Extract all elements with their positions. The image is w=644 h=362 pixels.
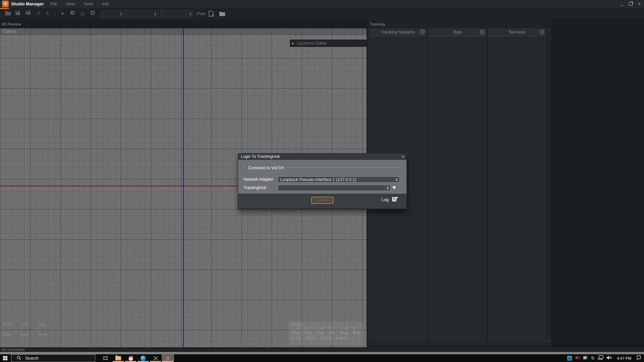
- topology-scrollbar[interactable]: ▲ ▼: [547, 28, 551, 343]
- view-stop-button[interactable]: Stop: [20, 332, 32, 337]
- login-dialog-title: Login To TrackingHub: [241, 154, 280, 159]
- connect-button[interactable]: Connect: [311, 197, 333, 204]
- axis-x-label: X: [305, 326, 307, 331]
- toolbar-dropdown-1[interactable]: [101, 10, 124, 18]
- history-clock-icon[interactable]: [67, 8, 77, 19]
- group-title: Connect to VizTH: [248, 165, 284, 170]
- group-line: [286, 168, 402, 168]
- tilt-label: Tilt: [318, 331, 323, 336]
- view-pers-button[interactable]: Pers: [38, 332, 50, 337]
- reset-rotate-icon[interactable]: ↺: [33, 8, 43, 19]
- log-icon[interactable]: [392, 196, 398, 203]
- target-icon[interactable]: ◎: [77, 8, 88, 19]
- focus-label: Focus: [320, 336, 331, 340]
- scroll-down-icon[interactable]: ▼: [548, 340, 550, 343]
- open-folder-icon[interactable]: [3, 8, 13, 19]
- menubar: File View Tools Info: [50, 0, 109, 8]
- dropdown-arrows-icon: [153, 12, 158, 16]
- view-orbit-button[interactable]: Orbit: [2, 332, 13, 337]
- menu-file[interactable]: File: [50, 2, 57, 6]
- menu-info[interactable]: Info: [102, 2, 109, 6]
- file-explorer-icon: [115, 356, 121, 360]
- toolbar-dropdown-3[interactable]: [160, 10, 194, 18]
- network-adapter-label: Network Adapter: [244, 176, 273, 183]
- axis-z-label: Z: [345, 326, 347, 331]
- tray-network-icon[interactable]: [598, 355, 603, 361]
- statusbar: not connected: [0, 347, 644, 352]
- axis-y-label: Y: [329, 326, 331, 331]
- start-button[interactable]: [0, 354, 10, 362]
- dropdown-arrows-icon: [394, 177, 399, 182]
- dialog-close-button[interactable]: ×: [401, 154, 404, 160]
- new-post-icon[interactable]: [209, 11, 214, 18]
- save-icon[interactable]: [13, 8, 23, 19]
- post-folder-icon[interactable]: [219, 11, 225, 17]
- taskbar-studio-manager-active[interactable]: ⚙: [162, 354, 174, 362]
- connect-group: Connect to VizTH Network Adapter Loopbac…: [238, 160, 407, 194]
- app-window: ⚙ Studio Manager File View Tools Info × …: [0, 0, 644, 362]
- edge-browser-icon: [141, 356, 146, 361]
- tray-speaker-muted-icon[interactable]: [606, 355, 612, 361]
- post-label: Post: [197, 8, 205, 19]
- trackinghub-label: TrackingHub: [244, 185, 266, 191]
- tray-security-shield-icon[interactable]: [583, 355, 588, 361]
- window-controls: ×: [621, 0, 641, 8]
- roll-label: Roll: [340, 331, 347, 336]
- add-service-button[interactable]: [539, 29, 544, 35]
- taskbar-search-input[interactable]: Search: [11, 354, 95, 362]
- save-as-icon[interactable]: [23, 8, 33, 19]
- collapsed-arrow-icon: ▶: [292, 42, 294, 45]
- taskbar-file-explorer[interactable]: [112, 354, 124, 362]
- objects-strip[interactable]: Objects: [0, 28, 367, 35]
- cyclotron-editor-header[interactable]: ▶ Cyclotron Editor: [290, 40, 367, 47]
- close-button[interactable]: ×: [638, 0, 641, 8]
- system-tray: m ↻ 4:47 PM: [567, 354, 641, 362]
- taskbar-paint[interactable]: [124, 354, 137, 362]
- focus-label: Focus: [336, 336, 347, 340]
- network-adapter-select[interactable]: Loopback Pseudo-Interface 1 (127.0.0.1): [278, 176, 400, 183]
- scroll-up-icon[interactable]: ▲: [548, 28, 550, 31]
- minimize-button[interactable]: [621, 1, 624, 7]
- axis-y-label: Y: [321, 326, 323, 331]
- add-rig-button[interactable]: [480, 29, 485, 35]
- cyclotron-editor-label: Cyclotron Editor: [297, 41, 327, 46]
- dropdown-arrows-icon: [385, 185, 390, 191]
- rigs-column: Rigs: [428, 28, 487, 343]
- tray-sync-icon[interactable]: ↻: [591, 356, 595, 361]
- action-center-icon[interactable]: [636, 355, 641, 361]
- favorite-hub-heart-icon[interactable]: ♥: [392, 184, 396, 191]
- taskbar-edge[interactable]: [137, 354, 149, 362]
- position-label: Position: [290, 322, 362, 326]
- menu-tools[interactable]: Tools: [84, 2, 93, 6]
- refresh-icon[interactable]: ↻: [43, 8, 53, 19]
- preview-panel-title: 3D Preview: [1, 22, 21, 26]
- search-icon: [17, 356, 21, 361]
- aperture-icon[interactable]: [88, 8, 98, 19]
- restore-button[interactable]: [629, 1, 633, 7]
- toolbar-dropdown-2[interactable]: [125, 10, 158, 18]
- grid-axis-y: [183, 28, 184, 347]
- camera-position-overlay: Position X X Y Y Z Z Pan Pan: [288, 322, 364, 345]
- trackinghub-select[interactable]: [278, 185, 391, 191]
- tray-m-app-icon[interactable]: m: [567, 356, 572, 361]
- task-view-button[interactable]: [99, 354, 112, 362]
- taskbar-clock[interactable]: 4:47 PM: [615, 356, 633, 360]
- rigs-label: Rigs: [453, 29, 462, 35]
- add-tracking-system-button[interactable]: [420, 29, 425, 35]
- window-bottom-edge: [0, 352, 644, 354]
- view-front-button[interactable]: Front: [2, 322, 13, 327]
- gear-icon: ⚙: [166, 356, 170, 361]
- taskbar-tool-app[interactable]: [149, 354, 162, 362]
- tray-volume-mixer-icon[interactable]: [575, 355, 580, 361]
- services-column: Services: [488, 28, 546, 343]
- view-top-button[interactable]: Top: [38, 322, 50, 327]
- group-header: Connect to VizTH: [242, 165, 402, 170]
- app-logo-icon: ⚙: [2, 1, 9, 7]
- toolbar-separator: [55, 10, 55, 17]
- view-left-button[interactable]: Left: [20, 322, 32, 327]
- favorites-heart-icon[interactable]: ♥: [57, 8, 67, 19]
- search-placeholder: Search: [25, 356, 39, 361]
- objects-label: Objects: [3, 29, 17, 34]
- login-dialog-titlebar[interactable]: Login To TrackingHub ×: [238, 154, 407, 160]
- menu-view[interactable]: View: [66, 2, 75, 6]
